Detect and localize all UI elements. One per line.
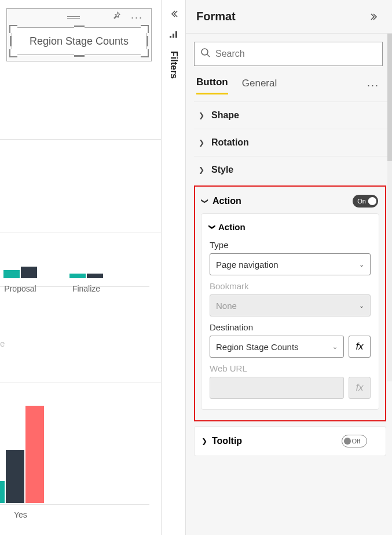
chart1: Proposal Finalize	[3, 267, 103, 278]
svg-rect-1	[173, 34, 174, 38]
gridline	[0, 383, 161, 383]
destination-value: Region Stage Counts	[216, 342, 299, 352]
truncated-axis-label: e	[0, 339, 5, 348]
report-canvas[interactable]: ··· Region Stage Counts Proposal Finaliz…	[0, 0, 162, 535]
format-pane: Format Button General ··· ❯ Shape ❯ Rota…	[186, 0, 392, 535]
section-shape[interactable]: ❯ Shape	[194, 101, 389, 129]
bar	[21, 267, 37, 278]
bar-group-finalize: Finalize	[69, 267, 103, 278]
gridline	[0, 139, 161, 140]
weburl-label: Web URL	[210, 363, 371, 373]
action-sub-label: Action	[218, 222, 246, 232]
weburl-fx-button: fx	[349, 377, 371, 399]
bar-group-proposal: Proposal	[3, 267, 37, 278]
fx-label: fx	[356, 341, 363, 352]
resize-handle-rm[interactable]	[145, 36, 148, 46]
chart2-category-label: Yes	[14, 510, 27, 519]
chart2-baseline	[0, 504, 149, 505]
format-header: Format	[186, 0, 392, 34]
svg-rect-2	[175, 31, 177, 38]
search-box[interactable]	[194, 42, 383, 66]
section-action[interactable]: ❯ Action On	[201, 192, 379, 213]
tab-general[interactable]: General	[242, 78, 277, 94]
fx-label: fx	[356, 382, 363, 394]
svg-point-3	[202, 49, 208, 55]
resize-handle-bl[interactable]	[9, 49, 17, 57]
resize-handle-br[interactable]	[141, 49, 149, 57]
pin-icon[interactable]	[112, 12, 122, 23]
action-section-highlight: ❯ Action On document.querySelector('[dat…	[194, 185, 386, 421]
toggle-off-label: Off	[352, 438, 360, 445]
button-visual-text: Region Stage Counts	[30, 35, 129, 48]
weburl-input	[210, 377, 344, 399]
scrollbar-thumb[interactable]	[387, 34, 392, 161]
chart2	[0, 406, 44, 503]
format-body: Button General ··· ❯ Shape ❯ Rotation ❯ …	[186, 34, 392, 535]
resize-handle-bm[interactable]	[74, 53, 85, 57]
filters-label[interactable]: Filters	[168, 51, 179, 79]
chevron-down-icon: ❯	[201, 198, 209, 204]
button-visual[interactable]: Region Stage Counts	[12, 27, 146, 55]
more-options-icon[interactable]: ···	[131, 12, 143, 24]
tab-button[interactable]: Button	[196, 77, 228, 94]
resize-handle-tm[interactable]	[74, 26, 85, 29]
resize-handle-tl[interactable]	[9, 25, 17, 33]
action-subsection[interactable]: ❯ Action	[210, 222, 371, 232]
type-select[interactable]: Page navigation ⌄	[210, 253, 371, 275]
button-visual-container[interactable]: ··· Region Stage Counts	[6, 8, 152, 61]
bar	[87, 274, 103, 278]
visual-header: ···	[7, 9, 151, 26]
chevron-right-icon: ❯	[199, 111, 207, 119]
bar	[3, 270, 20, 278]
bar	[25, 406, 44, 503]
bar-label: Proposal	[4, 284, 36, 293]
bar	[0, 481, 5, 503]
svg-line-4	[207, 54, 210, 57]
chevron-down-icon: ❯	[208, 224, 216, 230]
tooltip-label: Tooltip	[212, 436, 337, 446]
section-label: Action	[213, 196, 348, 206]
toggle-knob	[368, 197, 376, 205]
bar-label: Finalize	[72, 284, 100, 293]
collapse-filters-button[interactable]	[167, 7, 181, 21]
chevron-down-icon: ⌄	[359, 261, 364, 268]
toggle-knob	[344, 438, 351, 445]
section-tooltip[interactable]: ❯ Tooltip Off	[194, 426, 386, 456]
chevron-down-icon: ⌄	[332, 343, 338, 351]
svg-rect-0	[170, 36, 171, 38]
tabs-more-icon[interactable]: ···	[367, 79, 386, 92]
chevron-right-icon: ❯	[199, 139, 207, 147]
format-tabs: Button General ···	[194, 77, 389, 98]
bookmark-label: Bookmark	[210, 281, 371, 291]
action-toggle[interactable]: On	[353, 195, 378, 208]
destination-label: Destination	[210, 322, 371, 332]
format-title: Format	[196, 10, 368, 23]
chevron-right-icon: ❯	[199, 166, 207, 174]
resize-handle-tr[interactable]	[141, 25, 149, 33]
action-card: ❯ Action Type Page navigation ⌄ Bookmark…	[201, 213, 379, 410]
search-input[interactable]	[215, 49, 376, 59]
resize-handle-lm[interactable]	[10, 36, 13, 46]
gridline	[0, 232, 161, 232]
bar	[6, 450, 24, 503]
filters-icon	[170, 30, 178, 39]
type-label: Type	[210, 240, 371, 250]
section-label: Shape	[211, 110, 383, 121]
toggle-on-label: On	[357, 198, 366, 205]
search-icon	[200, 48, 211, 60]
section-rotation[interactable]: ❯ Rotation	[194, 129, 389, 156]
destination-select[interactable]: Region Stage Counts ⌄	[210, 336, 344, 358]
section-label: Style	[211, 165, 383, 175]
expand-pane-button[interactable]	[368, 10, 382, 24]
chevron-down-icon: ⌄	[359, 302, 364, 310]
drag-handle-icon[interactable]	[67, 16, 80, 19]
destination-fx-button[interactable]: fx	[349, 336, 371, 358]
chevron-right-icon: ❯	[202, 437, 207, 445]
scrollbar[interactable]	[387, 34, 392, 381]
bookmark-select: None ⌄	[210, 294, 371, 316]
bookmark-value: None	[216, 301, 237, 311]
filters-pane-collapsed: Filters	[162, 0, 186, 535]
type-value: Page navigation	[216, 260, 279, 270]
section-style[interactable]: ❯ Style	[194, 156, 389, 183]
section-label: Rotation	[211, 137, 383, 148]
